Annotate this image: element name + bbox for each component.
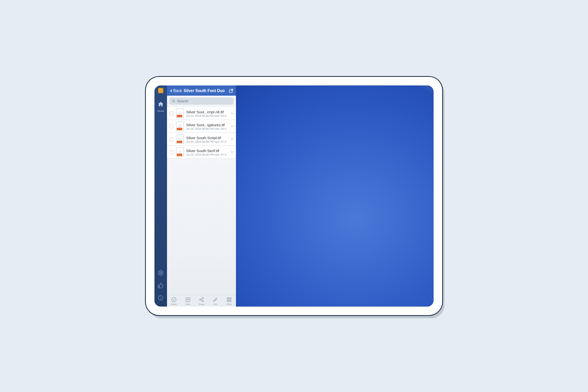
settings-button[interactable] [157, 269, 165, 277]
svg-rect-25 [230, 298, 231, 299]
ttf-badge [177, 115, 182, 117]
panel-empty-area [167, 159, 236, 295]
svg-point-3 [160, 296, 161, 297]
file-thumbnail [176, 109, 184, 118]
chevron-right-icon [230, 111, 234, 115]
ttf-badge [177, 128, 182, 130]
file-name: Silver South Script.ttf [186, 136, 228, 140]
chevron-right-icon [230, 137, 234, 141]
select-radio[interactable] [169, 137, 174, 142]
open-external-icon [229, 88, 234, 93]
ttf-badge [177, 141, 182, 143]
select-radio[interactable] [169, 150, 174, 154]
home-button[interactable] [157, 100, 165, 108]
file-thumbnail [176, 147, 184, 157]
thumbs-up-icon [158, 282, 164, 289]
file-name: Silver Sout...igatures.ttf [186, 123, 228, 127]
toolbar-select-button[interactable]: Select [171, 297, 177, 305]
svg-line-6 [174, 102, 175, 102]
toolbar-label: More [227, 303, 232, 305]
file-panel: Back Silver South Font Duo Search [167, 85, 236, 307]
select-radio[interactable] [169, 124, 174, 129]
disclosure-chevron[interactable] [230, 150, 234, 154]
toolbar-label: Select [171, 303, 177, 305]
file-meta: Jul 24, 2018 06:08 PM size: 66 K [186, 127, 228, 130]
search-bar-container: Search [167, 96, 236, 107]
disclosure-chevron[interactable] [230, 124, 234, 128]
svg-line-12 [179, 138, 181, 140]
svg-line-22 [201, 298, 202, 299]
chevron-left-icon [169, 89, 173, 93]
info-button[interactable] [157, 294, 165, 302]
toolbar-more-button[interactable]: More [226, 297, 232, 305]
svg-rect-27 [230, 300, 231, 301]
system-rail: Home [154, 85, 167, 307]
svg-rect-24 [227, 298, 229, 299]
svg-line-14 [179, 151, 181, 153]
pencil-icon [212, 297, 218, 303]
open-externally-button[interactable] [229, 88, 234, 93]
toolbar-label: Edit [214, 303, 217, 305]
back-button[interactable]: Back [169, 89, 182, 93]
file-row[interactable]: Silver Sout...igatures.ttf Jul 24, 2018 … [167, 120, 236, 133]
ttf-badge [177, 154, 182, 156]
file-meta: Jul 24, 2018 06:08 PM size: 67 K [186, 140, 228, 143]
svg-point-0 [160, 272, 162, 274]
file-name: Silver Sout...cript Alt.ttf [186, 110, 228, 114]
svg-rect-26 [227, 300, 229, 301]
home-icon [158, 101, 164, 107]
file-row[interactable]: Silver South Serif.ttf Jul 24, 2018 06:0… [167, 146, 236, 159]
file-name: Silver South Serif.ttf [186, 149, 228, 153]
panel-header: Back Silver South Font Duo [167, 85, 236, 96]
svg-line-10 [179, 125, 181, 127]
svg-point-5 [172, 100, 174, 102]
svg-line-8 [179, 113, 181, 114]
info-icon [158, 295, 164, 301]
grid-icon [226, 297, 232, 303]
chevron-right-icon [230, 150, 234, 154]
file-list: Silver Sout...cript Alt.ttf Jul 24, 2018… [167, 107, 236, 159]
app-chip-icon [158, 88, 163, 93]
toolbar-edit-button[interactable]: Edit [212, 297, 218, 305]
back-label: Back [173, 89, 182, 93]
toolbar-label: New [185, 303, 190, 305]
toolbar-share-button[interactable]: Share [199, 297, 205, 305]
plus-square-icon [185, 297, 191, 303]
file-meta: Jul 24, 2018 06:08 PM size: 66 K [186, 114, 228, 117]
device-frame: Home Back Silver South Font Duo [145, 76, 443, 316]
toolbar-new-button[interactable]: New [185, 297, 191, 305]
chevron-right-icon [230, 124, 234, 128]
toolbar-label: Share [199, 303, 205, 305]
file-row[interactable]: Silver Sout...cript Alt.ttf Jul 24, 2018… [167, 107, 236, 120]
svg-line-23 [201, 300, 202, 301]
svg-point-15 [172, 297, 176, 301]
search-placeholder: Search [177, 99, 189, 103]
check-circle-icon [171, 297, 177, 303]
file-thumbnail [176, 134, 184, 144]
select-radio[interactable] [169, 111, 174, 116]
disclosure-chevron[interactable] [230, 137, 234, 141]
gear-icon [158, 270, 164, 276]
like-button[interactable] [157, 281, 165, 289]
share-icon [199, 297, 205, 303]
ipad-screen: Home Back Silver South Font Duo [154, 85, 434, 307]
panel-toolbar: Select New Share Edit More [167, 295, 236, 307]
search-input[interactable]: Search [169, 98, 234, 105]
file-meta: Jul 24, 2018 06:08 PM size: 67 K [186, 153, 228, 156]
home-label: Home [158, 110, 164, 112]
file-thumbnail [176, 122, 184, 131]
panel-title: Silver South Font Duo [183, 89, 227, 93]
search-icon [172, 99, 176, 103]
file-row[interactable]: Silver South Script.ttf Jul 24, 2018 06:… [167, 133, 236, 146]
disclosure-chevron[interactable] [230, 111, 234, 115]
